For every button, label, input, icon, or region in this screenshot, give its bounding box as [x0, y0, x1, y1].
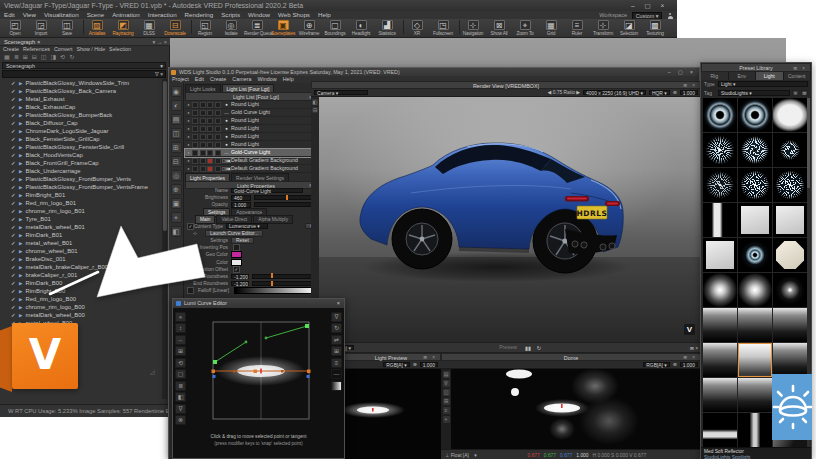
panel-header-icons[interactable]: ⊞ ×: [690, 345, 698, 351]
ce-left-icon-8[interactable]: ∇: [175, 404, 186, 414]
list-view-icon[interactable]: ≡: [792, 90, 799, 96]
toggle-icon[interactable]: [200, 110, 206, 116]
checkbox-icon[interactable]: ✓: [11, 215, 17, 223]
preset-thumb[interactable]: [738, 203, 772, 237]
toggle-icon[interactable]: [215, 158, 221, 164]
tree-node[interactable]: ✓▶Metal_Exhaust: [0, 95, 161, 103]
sg-tool-icon-1[interactable]: ≣: [14, 54, 23, 60]
dome-side-icon-3[interactable]: ⊞: [443, 398, 450, 405]
checkbox-icon[interactable]: ✓: [11, 207, 17, 215]
color-swatch[interactable]: [231, 259, 242, 266]
dome-side-icon-0[interactable]: ▤: [443, 371, 450, 378]
visibility-icon[interactable]: ●: [185, 109, 192, 116]
light-row[interactable]: ●●Round Light: [185, 133, 327, 141]
tree-node[interactable]: ✓▶Red_rim_logo_B01: [0, 199, 161, 207]
gear-icon[interactable]: ⊛: [673, 89, 677, 96]
falloff-checkbox[interactable]: [187, 287, 194, 294]
preset-thumb[interactable]: [738, 133, 772, 167]
preset-thumb[interactable]: [738, 343, 772, 377]
toggle-icon[interactable]: [215, 102, 221, 108]
sg-menu-convert[interactable]: Convert: [54, 46, 73, 52]
ce-right-icon-0[interactable]: ∇: [331, 312, 342, 322]
scenegraph-tab[interactable]: Scenegraph × ▾ → ×: [0, 38, 170, 46]
dome-side-icon-4[interactable]: ≡: [443, 407, 450, 414]
tree-node[interactable]: ✓▶PlasticBlackGlossy_BumperBack: [0, 111, 161, 119]
reset-button[interactable]: Reset: [231, 237, 254, 244]
library-tab-content[interactable]: Content: [784, 72, 812, 80]
preset-thumb[interactable]: [703, 203, 737, 237]
name-field[interactable]: Gold-Curve Light: [231, 188, 303, 194]
gear-icon[interactable]: ⊛: [673, 362, 677, 367]
preset-thumb[interactable]: [773, 98, 807, 132]
toggle-icon[interactable]: [192, 142, 198, 148]
toolbar-ruler[interactable]: ≡Ruler: [564, 19, 590, 36]
toggle-icon[interactable]: [215, 110, 221, 116]
ce-right-icon-1[interactable]: ↻: [331, 323, 342, 333]
maximize-button[interactable]: ▢: [641, 0, 654, 11]
main-titlebar[interactable]: View/Jaguar F-Type/Jaguar F-Type - VRED …: [0, 0, 677, 11]
toolbar-headlight[interactable]: ◐Headlight: [348, 19, 374, 36]
preset-thumb[interactable]: [703, 413, 737, 447]
checkbox-icon[interactable]: ✓: [11, 119, 17, 127]
checkbox-icon[interactable]: ✓: [11, 287, 17, 295]
position-offset-checkbox[interactable]: ✓: [233, 266, 240, 273]
ls-menu-help[interactable]: Help: [283, 76, 294, 82]
light-row[interactable]: ●—Gold Curve Light: [185, 109, 327, 117]
toggle-icon[interactable]: [207, 102, 213, 108]
sg-menu-create[interactable]: Create: [3, 46, 19, 52]
light-row[interactable]: ●●Round Light: [185, 141, 327, 149]
checkbox-icon[interactable]: ✓: [11, 279, 17, 287]
preset-thumb[interactable]: [738, 168, 772, 202]
preset-thumb[interactable]: [738, 273, 772, 307]
toggle-icon[interactable]: [207, 118, 213, 124]
toggle-icon[interactable]: [215, 126, 221, 132]
tree-node[interactable]: ✓▶PlasticBlackGlossy_WindowsSide_Trim: [0, 79, 161, 87]
ce-right-icon-4[interactable]: ≡: [331, 358, 342, 368]
pause-icon[interactable]: ▮▮: [525, 345, 531, 351]
checkbox-icon[interactable]: ✓: [11, 255, 17, 263]
toolbar-render-queue[interactable]: ≣Render Queue: [244, 19, 270, 36]
toolbar-raytracing[interactable]: ◩Raytracing: [110, 19, 136, 36]
visibility-icon[interactable]: ●: [185, 149, 192, 156]
tab-light-properties[interactable]: Light Properties: [185, 173, 230, 181]
menu-scene[interactable]: Scene: [83, 11, 109, 19]
preset-thumb[interactable]: [773, 133, 807, 167]
chevron-down-icon[interactable]: ▾: [160, 71, 163, 77]
ce-left-icon-9[interactable]: ⊗: [175, 415, 186, 425]
light-row[interactable]: ●●Round Light: [185, 125, 327, 133]
tab-light-list[interactable]: Light List [Four Lgt]: [222, 84, 275, 92]
tree-node[interactable]: ✓▶PlasticBlackGlossy_FrontBumper_VentsFr…: [0, 183, 161, 191]
toolbar-selection[interactable]: ◪Selection: [616, 19, 642, 36]
sg-menu-selection[interactable]: Selection: [109, 46, 131, 52]
falloff-gradient[interactable]: [234, 287, 317, 294]
tree-node[interactable]: ✓▶chrome_rim_logo_B00: [0, 303, 161, 311]
toggle-icon[interactable]: [192, 158, 198, 164]
ratio-stepper[interactable]: ◀ 0.75 Ratio ▶: [548, 89, 581, 96]
tab-main[interactable]: Main: [195, 215, 215, 224]
format-dropdown[interactable]: RGB[A] ▾: [643, 362, 669, 368]
zoom-field[interactable]: 1.000: [680, 90, 698, 96]
ce-right-icon-3[interactable]: ⊞: [331, 346, 342, 356]
curve-canvas[interactable]: [189, 309, 329, 433]
ls-side-icon-4[interactable]: ⊞: [171, 142, 182, 153]
ls-side-icon-5[interactable]: ⊟: [171, 156, 182, 167]
sg-tool-icon-6[interactable]: ⟲: [60, 54, 69, 60]
preset-thumb[interactable]: [703, 308, 737, 342]
ls-side-icon-2[interactable]: ▤: [171, 114, 182, 125]
ls-menu-project[interactable]: Project: [172, 76, 189, 82]
tree-node[interactable]: ✓▶PlasticBlackGlossy_FrontBumper_Vents: [0, 175, 161, 183]
scrollbar-thumb[interactable]: [163, 81, 167, 231]
ls-side-icon-6[interactable]: ◎: [171, 170, 182, 181]
menu-edit[interactable]: Edit: [0, 11, 19, 19]
start-roundness-field[interactable]: -1.200: [231, 274, 249, 280]
preset-thumb[interactable]: [773, 238, 807, 272]
toolbar-import[interactable]: ◲Import: [28, 19, 54, 36]
tree-node[interactable]: ✓▶Black_Diffusor_Cap: [0, 119, 161, 127]
line-swatch[interactable]: —: [331, 369, 342, 379]
menu-window[interactable]: Window: [244, 11, 274, 19]
menu-scripts[interactable]: Scripts: [217, 11, 244, 19]
checkbox-icon[interactable]: ✓: [11, 199, 17, 207]
ce-left-icon-1[interactable]: ↕: [175, 323, 186, 333]
type-dropdown[interactable]: Light ▾: [718, 81, 808, 87]
render-mode-dropdown[interactable]: HQR ▾: [649, 90, 670, 96]
